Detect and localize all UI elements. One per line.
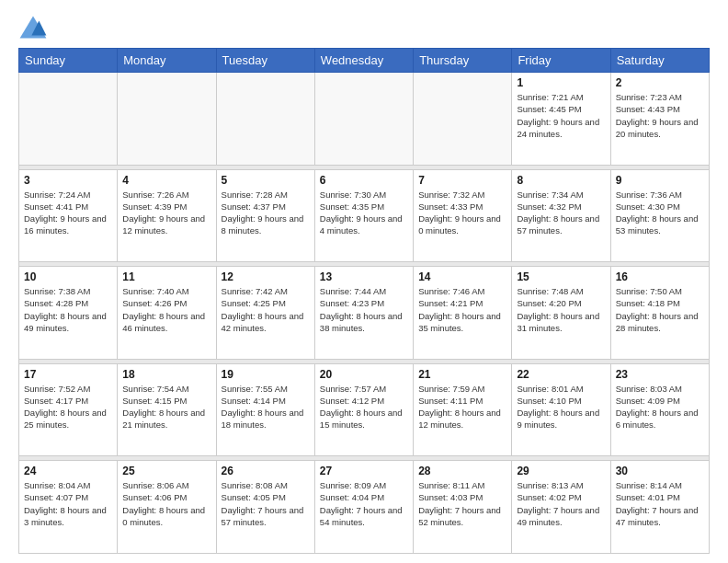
calendar-cell: 7Sunrise: 7:32 AMSunset: 4:33 PMDaylight…: [414, 169, 512, 262]
calendar-cell: 4Sunrise: 7:26 AMSunset: 4:39 PMDaylight…: [118, 169, 216, 262]
day-number: 3: [24, 174, 112, 187]
day-info: Sunrise: 7:34 AMSunset: 4:32 PMDaylight:…: [517, 189, 605, 237]
calendar-cell: 29Sunrise: 8:13 AMSunset: 4:02 PMDayligh…: [512, 461, 610, 554]
day-info: Sunrise: 8:06 AMSunset: 4:06 PMDaylight:…: [122, 479, 210, 528]
calendar-day-header: Monday: [118, 49, 216, 73]
day-number: 1: [517, 76, 605, 89]
day-info: Sunrise: 7:28 AMSunset: 4:37 PMDaylight:…: [222, 189, 310, 237]
calendar-cell: 1Sunrise: 7:21 AMSunset: 4:45 PMDaylight…: [512, 73, 610, 166]
calendar-cell: 16Sunrise: 7:50 AMSunset: 4:18 PMDayligh…: [610, 267, 709, 360]
calendar-day-header: Friday: [512, 49, 610, 73]
day-number: 21: [418, 368, 506, 381]
day-info: Sunrise: 7:52 AMSunset: 4:17 PMDaylight:…: [24, 383, 112, 431]
day-info: Sunrise: 7:46 AMSunset: 4:21 PMDaylight:…: [418, 285, 506, 334]
calendar-cell: 25Sunrise: 8:06 AMSunset: 4:06 PMDayligh…: [118, 461, 216, 554]
day-number: 24: [24, 465, 112, 477]
calendar-cell: 24Sunrise: 8:04 AMSunset: 4:07 PMDayligh…: [19, 461, 118, 554]
day-info: Sunrise: 7:48 AMSunset: 4:20 PMDaylight:…: [517, 285, 605, 334]
calendar-cell: 8Sunrise: 7:34 AMSunset: 4:32 PMDaylight…: [512, 169, 610, 262]
calendar-cell: 21Sunrise: 7:59 AMSunset: 4:11 PMDayligh…: [414, 363, 512, 456]
calendar-day-header: Thursday: [414, 49, 512, 73]
calendar-day-header: Tuesday: [216, 49, 314, 73]
calendar-cell: 6Sunrise: 7:30 AMSunset: 4:35 PMDaylight…: [314, 169, 413, 262]
day-number: 13: [320, 270, 408, 283]
calendar-cell: 9Sunrise: 7:36 AMSunset: 4:30 PMDaylight…: [610, 169, 709, 262]
day-info: Sunrise: 7:24 AMSunset: 4:41 PMDaylight:…: [24, 189, 112, 237]
calendar-cell: 14Sunrise: 7:46 AMSunset: 4:21 PMDayligh…: [414, 267, 512, 360]
day-info: Sunrise: 7:30 AMSunset: 4:35 PMDaylight:…: [320, 189, 408, 237]
calendar-day-header: Saturday: [610, 49, 709, 73]
calendar-cell: 28Sunrise: 8:11 AMSunset: 4:03 PMDayligh…: [414, 461, 512, 554]
calendar-day-header: Wednesday: [314, 49, 413, 73]
day-number: 15: [517, 270, 605, 283]
day-number: 9: [616, 174, 704, 187]
day-info: Sunrise: 7:55 AMSunset: 4:14 PMDaylight:…: [222, 383, 310, 431]
calendar-cell: 3Sunrise: 7:24 AMSunset: 4:41 PMDaylight…: [19, 169, 118, 262]
calendar-cell: 20Sunrise: 7:57 AMSunset: 4:12 PMDayligh…: [314, 363, 413, 456]
day-info: Sunrise: 8:14 AMSunset: 4:01 PMDaylight:…: [616, 479, 704, 528]
day-info: Sunrise: 7:36 AMSunset: 4:30 PMDaylight:…: [616, 189, 704, 237]
day-number: 2: [616, 76, 704, 89]
day-number: 26: [222, 465, 310, 477]
calendar-week-row: 1Sunrise: 7:21 AMSunset: 4:45 PMDaylight…: [19, 73, 710, 166]
day-number: 19: [222, 368, 310, 381]
calendar-cell: 13Sunrise: 7:44 AMSunset: 4:23 PMDayligh…: [314, 267, 413, 360]
day-number: 4: [122, 174, 210, 187]
day-info: Sunrise: 7:44 AMSunset: 4:23 PMDaylight:…: [320, 285, 408, 334]
day-info: Sunrise: 8:04 AMSunset: 4:07 PMDaylight:…: [24, 479, 112, 528]
day-info: Sunrise: 7:32 AMSunset: 4:33 PMDaylight:…: [418, 189, 506, 237]
day-info: Sunrise: 7:23 AMSunset: 4:43 PMDaylight:…: [616, 91, 704, 140]
calendar-header-row: SundayMondayTuesdayWednesdayThursdayFrid…: [19, 49, 710, 73]
calendar-day-header: Sunday: [19, 49, 118, 73]
day-info: Sunrise: 8:03 AMSunset: 4:09 PMDaylight:…: [616, 383, 704, 431]
calendar-cell: 19Sunrise: 7:55 AMSunset: 4:14 PMDayligh…: [216, 363, 314, 456]
calendar-cell: [19, 73, 118, 166]
calendar-cell: 26Sunrise: 8:08 AMSunset: 4:05 PMDayligh…: [216, 461, 314, 554]
day-number: 8: [517, 174, 605, 187]
calendar-cell: 18Sunrise: 7:54 AMSunset: 4:15 PMDayligh…: [118, 363, 216, 456]
day-info: Sunrise: 7:50 AMSunset: 4:18 PMDaylight:…: [616, 285, 704, 334]
page: SundayMondayTuesdayWednesdayThursdayFrid…: [0, 0, 728, 563]
day-info: Sunrise: 7:40 AMSunset: 4:26 PMDaylight:…: [122, 285, 210, 334]
day-number: 28: [418, 465, 506, 477]
day-number: 11: [122, 270, 210, 283]
day-number: 23: [616, 368, 704, 381]
calendar-cell: 23Sunrise: 8:03 AMSunset: 4:09 PMDayligh…: [610, 363, 709, 456]
calendar-week-row: 10Sunrise: 7:38 AMSunset: 4:28 PMDayligh…: [19, 267, 710, 360]
day-info: Sunrise: 8:09 AMSunset: 4:04 PMDaylight:…: [320, 479, 408, 528]
day-info: Sunrise: 7:21 AMSunset: 4:45 PMDaylight:…: [517, 91, 605, 140]
day-number: 5: [222, 174, 310, 187]
calendar-cell: [118, 73, 216, 166]
day-number: 30: [616, 465, 704, 477]
day-number: 29: [517, 465, 605, 477]
logo-icon: [18, 15, 48, 40]
day-number: 16: [616, 270, 704, 283]
day-number: 7: [418, 174, 506, 187]
calendar-cell: [216, 73, 314, 166]
day-info: Sunrise: 7:26 AMSunset: 4:39 PMDaylight:…: [122, 189, 210, 237]
day-info: Sunrise: 8:01 AMSunset: 4:10 PMDaylight:…: [517, 383, 605, 431]
calendar-cell: 27Sunrise: 8:09 AMSunset: 4:04 PMDayligh…: [314, 461, 413, 554]
day-number: 14: [418, 270, 506, 283]
day-number: 6: [320, 174, 408, 187]
calendar-cell: [314, 73, 413, 166]
day-info: Sunrise: 7:57 AMSunset: 4:12 PMDaylight:…: [320, 383, 408, 431]
calendar-cell: [414, 73, 512, 166]
calendar-cell: 17Sunrise: 7:52 AMSunset: 4:17 PMDayligh…: [19, 363, 118, 456]
calendar-week-row: 24Sunrise: 8:04 AMSunset: 4:07 PMDayligh…: [19, 461, 710, 554]
calendar-cell: 11Sunrise: 7:40 AMSunset: 4:26 PMDayligh…: [118, 267, 216, 360]
day-info: Sunrise: 7:38 AMSunset: 4:28 PMDaylight:…: [24, 285, 112, 334]
calendar-week-row: 3Sunrise: 7:24 AMSunset: 4:41 PMDaylight…: [19, 169, 710, 262]
day-number: 12: [222, 270, 310, 283]
day-info: Sunrise: 8:08 AMSunset: 4:05 PMDaylight:…: [222, 479, 310, 528]
calendar-cell: 10Sunrise: 7:38 AMSunset: 4:28 PMDayligh…: [19, 267, 118, 360]
calendar-cell: 5Sunrise: 7:28 AMSunset: 4:37 PMDaylight…: [216, 169, 314, 262]
calendar-week-row: 17Sunrise: 7:52 AMSunset: 4:17 PMDayligh…: [19, 363, 710, 456]
day-number: 18: [122, 368, 210, 381]
day-number: 20: [320, 368, 408, 381]
day-number: 25: [122, 465, 210, 477]
day-info: Sunrise: 7:54 AMSunset: 4:15 PMDaylight:…: [122, 383, 210, 431]
day-number: 17: [24, 368, 112, 381]
header: [18, 15, 710, 40]
day-number: 10: [24, 270, 112, 283]
